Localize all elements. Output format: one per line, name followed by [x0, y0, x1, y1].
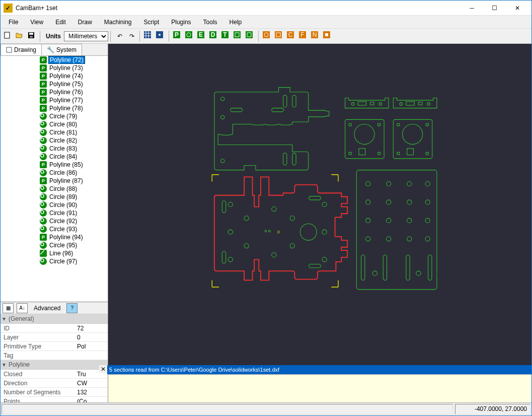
tree-item[interactable]: PPolyline (77): [1, 96, 108, 104]
svg-point-93: [272, 253, 276, 257]
circle-icon: [40, 113, 47, 120]
undo-icon[interactable]: ↶: [114, 31, 125, 42]
svg-point-106: [366, 181, 370, 186]
prop-value[interactable]: (Co: [76, 398, 108, 403]
menu-file[interactable]: File: [4, 17, 23, 28]
tree-item[interactable]: PPolyline (94): [1, 233, 108, 241]
menu-help[interactable]: Help: [224, 17, 247, 28]
maximize-button[interactable]: ☐: [483, 1, 506, 15]
status-close-button[interactable]: ✕: [99, 365, 107, 373]
menubar: File View Edit Draw Machining Script Plu…: [1, 16, 531, 29]
mop-drill-icon[interactable]: D: [209, 31, 220, 42]
svg-point-111: [387, 200, 391, 204]
menu-tools[interactable]: Tools: [198, 17, 222, 28]
minimize-button[interactable]: ─: [461, 1, 483, 15]
units-select[interactable]: Millimeters: [64, 31, 108, 41]
tree-item[interactable]: PPolyline (87): [1, 177, 108, 185]
prop-row[interactable]: Primitive TypePol: [1, 342, 108, 351]
prop-value[interactable]: 0: [76, 334, 108, 341]
menu-plugins[interactable]: Plugins: [166, 17, 196, 28]
tree-item[interactable]: Circle (80): [1, 120, 108, 128]
circle-icon: [40, 201, 47, 209]
tree-item[interactable]: Line (96): [1, 249, 108, 257]
tree-item[interactable]: Circle (88): [1, 185, 108, 193]
prop-row[interactable]: DirectionCW: [1, 379, 108, 388]
tree-item[interactable]: Circle (84): [1, 153, 108, 161]
tree-item[interactable]: Circle (97): [1, 257, 108, 265]
coords-display: -407.0000, 27.0000: [455, 404, 530, 414]
open-file-icon[interactable]: [15, 31, 26, 42]
mop-text-icon[interactable]: T: [221, 31, 232, 42]
mop-lathe-icon[interactable]: [245, 31, 256, 42]
tree-item[interactable]: PPolyline (76): [1, 88, 108, 96]
prop-row[interactable]: ClosedTru: [1, 370, 108, 379]
prop-group-header[interactable]: ▾Polyline: [1, 360, 108, 370]
tab-system[interactable]: 🔧 System: [41, 44, 82, 55]
tree-item[interactable]: Circle (91): [1, 209, 108, 217]
tree-item[interactable]: Circle (86): [1, 169, 108, 177]
tool-orange-1-icon[interactable]: [262, 31, 273, 42]
menu-edit[interactable]: Edit: [50, 17, 71, 28]
prop-value[interactable]: Pol: [76, 343, 108, 350]
tree-item[interactable]: PPolyline (74): [1, 72, 108, 80]
alphabetical-icon[interactable]: A↓: [17, 303, 28, 313]
mop-profile-icon[interactable]: P: [173, 31, 184, 42]
tab-drawing[interactable]: Drawing: [1, 44, 42, 55]
tree-item-label: Circle (97): [48, 258, 78, 265]
menu-machining[interactable]: Machining: [99, 17, 137, 28]
prop-row[interactable]: Points(Co: [1, 397, 108, 402]
save-file-icon[interactable]: [27, 31, 38, 42]
tree-item[interactable]: Circle (83): [1, 145, 108, 153]
tree-item[interactable]: PPolyline (73): [1, 64, 108, 72]
mop-pocket-icon[interactable]: [185, 31, 196, 42]
tree-item[interactable]: PPolyline (85): [1, 161, 108, 169]
prop-row[interactable]: ID72: [1, 324, 108, 333]
tree-item[interactable]: Circle (93): [1, 225, 108, 233]
help-icon[interactable]: ?: [66, 303, 78, 313]
redo-icon[interactable]: ↷: [126, 31, 137, 42]
menu-script[interactable]: Script: [139, 17, 165, 28]
tree-item[interactable]: PPolyline (75): [1, 80, 108, 88]
tree-item[interactable]: PPolyline (78): [1, 104, 108, 112]
prop-value[interactable]: CW: [76, 380, 108, 387]
tool-orange-2-icon[interactable]: [274, 31, 285, 42]
drawing-canvas[interactable]: [108, 44, 531, 365]
tree-item[interactable]: Circle (79): [1, 112, 108, 120]
tool-orange-3-icon[interactable]: C: [286, 31, 297, 42]
tree-item[interactable]: Circle (95): [1, 241, 108, 249]
tree-item[interactable]: Circle (89): [1, 193, 108, 201]
categorized-icon[interactable]: ▦: [3, 303, 14, 313]
menu-view[interactable]: View: [25, 17, 48, 28]
drawing-tree[interactable]: PPolyline (72)PPolyline (73)PPolyline (7…: [1, 56, 108, 302]
svg-rect-58: [272, 108, 284, 112]
tree-item[interactable]: Circle (90): [1, 201, 108, 209]
tree-item[interactable]: Circle (92): [1, 217, 108, 225]
mop-3d-icon[interactable]: [233, 31, 244, 42]
svg-point-84: [426, 152, 428, 155]
svg-point-113: [425, 200, 430, 204]
close-button[interactable]: ✕: [506, 1, 528, 15]
menu-draw[interactable]: Draw: [73, 17, 97, 28]
prop-row[interactable]: Number of Segments132: [1, 388, 108, 397]
prop-row[interactable]: Layer0: [1, 333, 108, 342]
tree-item[interactable]: Circle (82): [1, 136, 108, 145]
svg-point-89: [228, 257, 233, 262]
snap-icon[interactable]: [156, 31, 167, 42]
prop-value[interactable]: 72: [76, 325, 108, 332]
tree-item[interactable]: Circle (81): [1, 128, 108, 136]
tool-orange-4-icon[interactable]: F: [298, 31, 310, 42]
svg-rect-104: [309, 264, 321, 267]
prop-value[interactable]: 132: [76, 389, 108, 396]
tool-orange-5-icon[interactable]: N: [311, 31, 322, 42]
svg-point-88: [228, 230, 233, 234]
prop-group-header[interactable]: ▾(General): [1, 314, 108, 324]
prop-row[interactable]: Tag: [1, 351, 108, 360]
mop-engrave-icon[interactable]: E: [197, 31, 208, 42]
tree-item[interactable]: PPolyline (72): [1, 56, 108, 64]
svg-rect-4: [144, 31, 151, 38]
property-grid[interactable]: ▾(General)ID72Layer0Primitive TypePolTag…: [1, 314, 108, 402]
tool-orange-6-icon[interactable]: [323, 31, 334, 42]
new-file-icon[interactable]: [3, 31, 14, 42]
svg-rect-57: [231, 108, 243, 112]
grid-icon[interactable]: [143, 31, 155, 42]
